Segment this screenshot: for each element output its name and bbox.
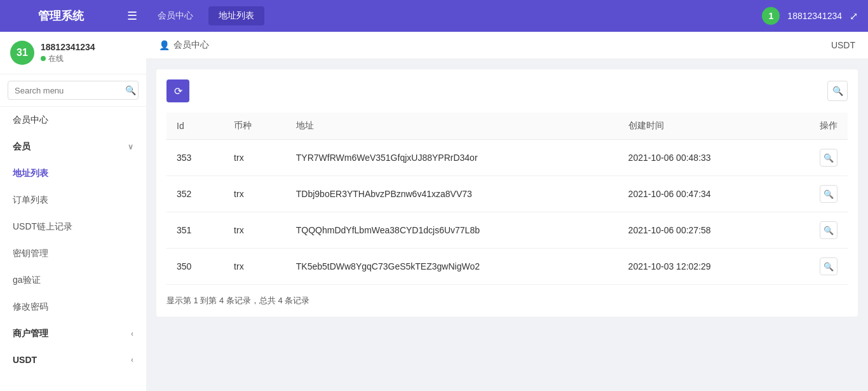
header: 管理系统 ☰ 会员中心 地址列表 1 18812341234 ⤢ — [0, 0, 868, 32]
header-right: 1 18812341234 ⤢ — [762, 7, 858, 25]
header-nav: 会员中心 地址列表 — [147, 6, 762, 25]
sidebar-item-key-management[interactable]: 密钥管理 — [0, 240, 146, 267]
pagination-text: 显示第 1 到第 4 条记录，总共 4 条记录 — [166, 295, 848, 306]
breadcrumb-left: 👤 会员中心 — [159, 39, 209, 51]
body: 31 18812341234 在线 🔍 会员中心 会员 ∨ — [0, 32, 868, 391]
cell-coin: trx — [224, 140, 286, 176]
col-address: 地址 — [286, 113, 618, 140]
sidebar-avatar: 31 — [10, 41, 34, 65]
content: ⟳ 🔍 Id 币种 地址 创建时间 操作 — [146, 59, 868, 391]
sidebar-phone: 18812341234 — [41, 42, 95, 52]
search-input[interactable] — [15, 86, 121, 95]
avatar: 1 — [762, 7, 780, 25]
cell-coin: trx — [224, 249, 286, 285]
table-row: 353 trx TYR7WfRWm6WeV351GfqjxUJ88YPRrD34… — [166, 140, 848, 176]
table-search-button[interactable]: 🔍 — [827, 81, 848, 101]
col-id: Id — [166, 113, 224, 140]
cell-action: 🔍 — [785, 212, 848, 249]
cell-address: TYR7WfRWm6WeV351GfqjxUJ88YPRrD34or — [286, 140, 618, 176]
header-logo: 管理系统 — [10, 8, 112, 24]
chevron-right-icon2: ‹ — [131, 355, 133, 364]
breadcrumb-label: 会员中心 — [173, 39, 209, 51]
status-dot — [41, 56, 46, 61]
col-action: 操作 — [785, 113, 848, 140]
sidebar-item-member[interactable]: 会员 ∨ — [0, 134, 146, 160]
nav-item-address-list[interactable]: 地址列表 — [208, 6, 264, 25]
table-row: 350 trx TK5eb5tDWw8YgqC73GeS5kTEZ3gwNigW… — [166, 249, 848, 285]
breadcrumb-currency: USDT — [831, 40, 855, 50]
table-row: 351 trx TQQQhmDdYfLbmWea38CYD1dcjs6Uv77L… — [166, 212, 848, 249]
expand-icon[interactable]: ⤢ — [850, 10, 858, 22]
cell-address: TK5eb5tDWw8YgqC73GeS5kTEZ3gwNigWo2 — [286, 249, 618, 285]
refresh-button[interactable]: ⟳ — [166, 79, 189, 102]
sidebar-menu: 会员中心 会员 ∨ 地址列表 订单列表 USDT链上记录 密钥管理 ga验证 — [0, 107, 146, 391]
address-table: Id 币种 地址 创建时间 操作 353 trx TYR7WfRWm6WeV35… — [166, 113, 848, 285]
content-card: ⟳ 🔍 Id 币种 地址 创建时间 操作 — [156, 69, 858, 317]
sidebar-user: 31 18812341234 在线 — [0, 32, 146, 74]
cell-coin: trx — [224, 212, 286, 249]
sidebar-item-order-list[interactable]: 订单列表 — [0, 187, 146, 214]
search-icon[interactable]: 🔍 — [125, 85, 136, 95]
sidebar-item-ga[interactable]: ga验证 — [0, 267, 146, 294]
sidebar-item-usdt[interactable]: USDT ‹ — [0, 347, 146, 373]
row-search-button[interactable]: 🔍 — [820, 257, 837, 275]
search-box: 🔍 — [8, 81, 139, 100]
nav-item-members[interactable]: 会员中心 — [147, 6, 203, 25]
status-label: 在线 — [48, 53, 64, 64]
cell-id: 350 — [166, 249, 224, 285]
cell-created: 2021-10-06 00:48:33 — [618, 140, 786, 176]
col-coin: 币种 — [224, 113, 286, 140]
cell-address: TQQQhmDdYfLbmWea38CYD1dcjs6Uv77L8b — [286, 212, 618, 249]
header-username: 18812341234 — [787, 11, 842, 21]
hamburger-icon[interactable]: ☰ — [127, 9, 137, 23]
sidebar: 31 18812341234 在线 🔍 会员中心 会员 ∨ — [0, 32, 146, 391]
sidebar-status: 在线 — [41, 53, 95, 64]
col-created: 创建时间 — [618, 113, 786, 140]
cell-action: 🔍 — [785, 140, 848, 176]
cell-id: 351 — [166, 212, 224, 249]
user-icon: 👤 — [159, 40, 170, 50]
row-search-button[interactable]: 🔍 — [820, 149, 837, 167]
breadcrumb: 👤 会员中心 USDT — [146, 32, 868, 59]
sidebar-item-member-center[interactable]: 会员中心 — [0, 107, 146, 134]
cell-id: 353 — [166, 140, 224, 176]
cell-created: 2021-10-06 00:27:58 — [618, 212, 786, 249]
cell-address: TDbj9boER3YTHAbvzPBznw6v41xza8VV73 — [286, 176, 618, 212]
table-header-row: Id 币种 地址 创建时间 操作 — [166, 113, 848, 140]
row-search-button[interactable]: 🔍 — [820, 221, 837, 239]
row-search-button[interactable]: 🔍 — [820, 185, 837, 203]
main: 👤 会员中心 USDT ⟳ 🔍 Id 币种 — [146, 32, 868, 391]
toolbar: ⟳ 🔍 — [166, 79, 848, 102]
chevron-right-icon: ‹ — [131, 329, 133, 338]
cell-action: 🔍 — [785, 249, 848, 285]
sidebar-user-info: 18812341234 在线 — [41, 42, 95, 64]
table-row: 352 trx TDbj9boER3YTHAbvzPBznw6v41xza8VV… — [166, 176, 848, 212]
sidebar-item-merchant[interactable]: 商户管理 ‹ — [0, 320, 146, 347]
cell-action: 🔍 — [785, 176, 848, 212]
chevron-down-icon: ∨ — [128, 142, 133, 151]
sidebar-item-change-password[interactable]: 修改密码 — [0, 294, 146, 320]
sidebar-item-address-list[interactable]: 地址列表 — [0, 160, 146, 187]
sidebar-item-usdt-chain[interactable]: USDT链上记录 — [0, 214, 146, 240]
sidebar-search-wrapper: 🔍 — [0, 74, 146, 107]
cell-id: 352 — [166, 176, 224, 212]
cell-coin: trx — [224, 176, 286, 212]
cell-created: 2021-10-03 12:02:29 — [618, 249, 786, 285]
cell-created: 2021-10-06 00:47:34 — [618, 176, 786, 212]
